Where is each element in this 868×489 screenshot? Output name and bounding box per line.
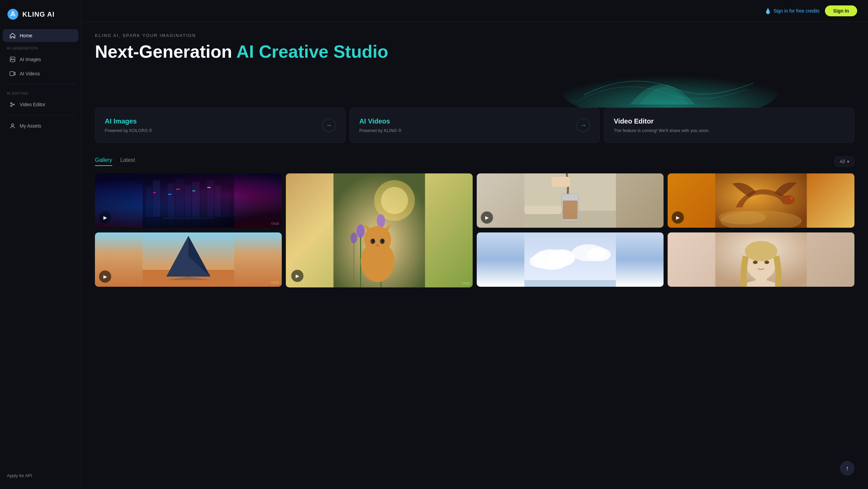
svg-rect-23: [176, 189, 180, 190]
svg-rect-19: [215, 185, 221, 228]
svg-point-35: [377, 214, 385, 228]
svg-rect-15: [185, 185, 191, 228]
svg-rect-20: [222, 190, 230, 228]
content-area: KLING AI, SPARK YOUR IMAGINATION Next-Ge…: [81, 22, 868, 489]
sidebar-item-video-editor[interactable]: Video Editor: [3, 98, 78, 111]
video-icon: [9, 71, 16, 77]
gallery-item-inner-portrait: [668, 232, 854, 287]
gallery-item-pyramid[interactable]: ▶ ©KAI: [95, 232, 282, 287]
svg-point-36: [351, 232, 357, 243]
ai-images-arrow[interactable]: →: [322, 118, 336, 132]
drop-icon: 💧: [765, 8, 771, 14]
dragon-svg: [668, 173, 854, 228]
tab-gallery[interactable]: Gallery: [95, 157, 112, 166]
gallery-item-portrait[interactable]: [668, 232, 854, 287]
play-button-coffee[interactable]: ▶: [481, 211, 493, 224]
hero-title: Next-Generation AI Creative Studio: [95, 42, 854, 61]
sidebar-my-assets-label: My Assets: [20, 123, 41, 129]
sidebar-video-editor-label: Video Editor: [20, 102, 45, 107]
svg-point-30: [381, 187, 408, 214]
gallery-item-dragon[interactable]: ▶: [668, 173, 854, 228]
svg-point-67: [587, 248, 611, 261]
apply-api-link[interactable]: Apply for API: [7, 473, 74, 478]
svg-point-45: [376, 244, 379, 246]
svg-point-65: [530, 255, 553, 268]
city-svg: [95, 173, 282, 228]
gallery-item-inner-sky: [477, 232, 664, 287]
gallery-header: Gallery Latest All ▾: [95, 156, 854, 167]
svg-rect-8: [143, 173, 234, 228]
ai-images-card[interactable]: AI Images Powered by KOLORS ® →: [95, 108, 346, 143]
sign-in-free-label: Sign in for free credits: [773, 8, 820, 14]
pyramid-svg: [95, 232, 282, 287]
svg-point-43: [372, 239, 374, 243]
sidebar-item-my-assets[interactable]: My Assets: [3, 119, 78, 132]
sign-in-button[interactable]: Sign In: [825, 5, 857, 16]
play-button-cat[interactable]: ▶: [291, 270, 303, 282]
sign-in-free-credits[interactable]: 💧 Sign in for free credits: [765, 8, 820, 14]
svg-rect-11: [153, 180, 160, 228]
ai-videos-card[interactable]: AI Videos Powered by KLING ® →: [350, 108, 600, 143]
svg-rect-3: [10, 72, 14, 76]
svg-point-4: [11, 102, 12, 104]
sidebar-ai-images-label: AI Images: [20, 57, 41, 62]
svg-rect-9: [143, 201, 234, 228]
sidebar-item-ai-images[interactable]: AI Images: [3, 53, 78, 66]
scroll-top-button[interactable]: ↑: [840, 461, 854, 475]
portrait-svg: [668, 232, 854, 287]
ai-videos-card-subtitle: Powered by KLING ®: [359, 128, 571, 133]
sidebar-divider-2: [5, 115, 76, 115]
svg-point-75: [765, 261, 769, 264]
svg-rect-13: [168, 184, 175, 228]
tab-latest[interactable]: Latest: [120, 157, 135, 166]
gallery-item-coffee[interactable]: ▶: [477, 173, 664, 228]
gallery-item-sky[interactable]: [477, 232, 664, 287]
svg-point-34: [357, 224, 365, 238]
svg-rect-22: [168, 194, 172, 195]
svg-rect-16: [192, 182, 200, 228]
video-editor-card[interactable]: Video Editor The feature is coming! We'l…: [604, 108, 854, 143]
svg-point-44: [382, 239, 384, 243]
svg-point-54: [719, 211, 766, 224]
svg-point-5: [11, 105, 12, 107]
svg-rect-25: [208, 187, 211, 188]
ai-videos-arrow[interactable]: →: [576, 118, 590, 132]
gallery-watermark-pyramid: ©KAI: [271, 281, 279, 285]
section-label-ai-editing: AI Editing: [0, 88, 81, 97]
filter-dropdown[interactable]: All ▾: [834, 156, 854, 167]
play-button[interactable]: ▶: [99, 211, 111, 224]
gallery-item-inner-coffee: ▶: [477, 173, 664, 228]
gallery-grid: ▶ ©KAI: [95, 173, 854, 287]
hero-title-black: Next-Generation: [95, 42, 232, 61]
sidebar-divider: [5, 84, 76, 84]
hero-section: KLING AI, SPARK YOUR IMAGINATION Next-Ge…: [95, 33, 854, 108]
sidebar-item-ai-videos[interactable]: AI Videos: [3, 67, 78, 80]
card-content-ai-images: AI Images Powered by KOLORS ®: [105, 117, 317, 133]
chevron-down-icon: ▾: [847, 159, 849, 164]
svg-rect-27: [163, 218, 214, 219]
gallery-item-inner-dragon: ▶: [668, 173, 854, 228]
sidebar-ai-videos-label: AI Videos: [20, 71, 40, 76]
svg-rect-18: [207, 180, 214, 228]
svg-rect-24: [193, 190, 195, 191]
svg-point-55: [782, 195, 795, 205]
gallery-item-city-night[interactable]: ▶ ©KAI: [95, 173, 282, 228]
logo-text: KLING AI: [22, 11, 55, 18]
sidebar-bottom: Apply for API: [0, 468, 81, 484]
hero-subtitle: KLING AI, SPARK YOUR IMAGINATION: [95, 33, 854, 38]
feature-cards-row: AI Images Powered by KOLORS ® → AI Video…: [95, 108, 854, 143]
play-button-dragon[interactable]: ▶: [672, 211, 684, 224]
gallery-watermark: ©KAI: [271, 222, 279, 226]
user-icon: [9, 123, 16, 129]
ai-images-card-subtitle: Powered by KOLORS ®: [105, 128, 317, 133]
ai-images-card-title: AI Images: [105, 117, 317, 125]
logo: KLING AI: [0, 5, 81, 29]
card-content-ai-videos: AI Videos Powered by KLING ®: [359, 117, 571, 133]
gallery-item-cat-flowers[interactable]: ▶ ©KAI: [286, 173, 473, 287]
video-editor-card-subtitle: The feature is coming! We'll share with …: [614, 128, 845, 133]
gallery-item-inner-pyramid: ▶ ©KAI: [95, 232, 282, 287]
svg-point-73: [745, 241, 777, 261]
sidebar-item-home[interactable]: Home: [3, 29, 78, 42]
play-button-pyramid[interactable]: ▶: [99, 270, 111, 283]
home-icon: [9, 33, 16, 39]
